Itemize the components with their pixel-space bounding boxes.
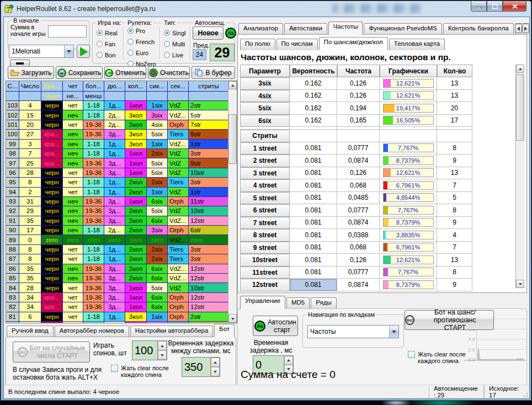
tab-По числам[interactable]: По числам <box>276 39 318 50</box>
hist-cell[interactable]: Orph <box>168 302 189 312</box>
hist-cell[interactable]: 5six <box>147 158 168 168</box>
hist-cell[interactable]: VdZ... <box>168 140 189 149</box>
chance-bot-start-button[interactable]: Bot Бот на шанс/противошанс СТАРТ <box>405 310 494 330</box>
hist-cell[interactable]: VdZ <box>168 206 189 216</box>
freq-freq-cell[interactable]: 0,126 <box>337 77 380 90</box>
hist-cell[interactable]: 9str <box>189 158 228 168</box>
table-row[interactable]: 1034чернчет1-181д...1кол1sixVdZ2str <box>6 101 228 110</box>
hist-cell[interactable]: VdZ <box>168 168 189 178</box>
hist-cell[interactable]: 8 <box>19 254 41 264</box>
freq-freq-cell[interactable]: 0,0485 <box>337 192 380 205</box>
hist-cell[interactable]: кра... <box>41 140 63 149</box>
table-row[interactable]: 12street0.0810,08748,7379%9 <box>240 279 472 291</box>
hist-cell[interactable]: 3д... <box>104 293 125 302</box>
hist-cell[interactable]: 1-18 <box>83 188 104 197</box>
hist-cell[interactable]: 2six <box>147 178 168 187</box>
history-header-cell[interactable]: бол... <box>83 81 104 92</box>
hist-cell[interactable]: неч <box>63 110 83 120</box>
freq-prob-cell[interactable]: 0.162 <box>290 102 337 115</box>
hist-cell[interactable]: 19-36 <box>83 197 104 206</box>
freq-param-cell[interactable]: 6six <box>240 115 290 127</box>
scroll-thumb[interactable] <box>516 74 524 141</box>
freq-count-cell[interactable]: 13 <box>437 90 472 103</box>
freq-freq-cell[interactable]: 0,0874 <box>337 217 380 230</box>
hist-cell[interactable]: 88 <box>6 245 19 254</box>
hist-cell[interactable]: 2кол <box>125 264 147 274</box>
table-row[interactable]: 878чернчет1-181д...2кол2sixTiers3str <box>6 254 228 264</box>
hist-cell[interactable]: черн <box>41 264 63 274</box>
tab-Ряды[interactable]: Ряды <box>311 297 337 309</box>
radio-Live[interactable]: Live <box>164 50 185 60</box>
hist-cell[interactable]: 1кол <box>125 283 147 292</box>
freq-prob-cell[interactable]: 0.081 <box>290 254 337 267</box>
spin-up-icon[interactable] <box>284 356 293 365</box>
freq-param-cell[interactable]: 3six <box>240 77 290 90</box>
hist-cell[interactable]: 3six <box>147 226 168 235</box>
freq-freq-cell[interactable]: 0,126 <box>337 167 380 180</box>
hist-cell[interactable]: 2кол <box>125 226 147 235</box>
hist-cell[interactable]: 19-36 <box>83 283 104 292</box>
hist-cell[interactable]: 1д... <box>104 188 125 197</box>
hist-cell[interactable]: 3д... <box>104 283 125 292</box>
hist-cell[interactable]: 1кол <box>125 158 147 168</box>
hist-cell[interactable]: 94 <box>6 188 19 197</box>
table-row[interactable]: 993кра...неч1-181д...3кол1sixVdZ...1str <box>6 140 228 149</box>
hist-cell[interactable]: 6str <box>189 226 228 235</box>
freq-prob-cell[interactable]: 0.081 <box>290 167 337 180</box>
hist-cell[interactable]: 2д... <box>104 322 125 323</box>
scroll-up-icon[interactable] <box>228 81 237 89</box>
hist-cell[interactable]: VdZ <box>168 188 189 197</box>
table-row[interactable]: 6 street0.0810,07777,767%8 <box>240 204 472 217</box>
table-row[interactable]: 10120чернчет19-362д...2кол4sixOrph7str <box>6 120 228 130</box>
freq-param-cell[interactable]: 3 street <box>240 167 290 180</box>
hist-cell[interactable]: 2кол <box>125 178 147 187</box>
hist-cell[interactable]: кра... <box>41 293 63 302</box>
table-row[interactable]: 3six0.1620,12612,621%13 <box>240 77 472 90</box>
hist-cell[interactable]: 96 <box>6 168 19 178</box>
hist-cell[interactable]: 9str <box>189 130 228 139</box>
hist-cell[interactable]: неч <box>63 264 83 274</box>
freq-freq-cell[interactable]: 0,0777 <box>337 204 380 217</box>
freq-freq-cell[interactable]: 0,126 <box>337 90 380 103</box>
hist-cell[interactable]: 2str <box>189 101 228 110</box>
hist-cell[interactable]: 12str <box>189 302 228 312</box>
hist-cell[interactable]: 8 <box>19 178 41 187</box>
history-header-cell[interactable]: С... <box>6 81 19 92</box>
radio-icon[interactable] <box>127 28 134 34</box>
tab-Тепловая карта[interactable]: Тепловая карта <box>389 39 445 50</box>
hist-cell[interactable]: чет <box>63 178 83 187</box>
hist-cell[interactable]: 19-36 <box>83 264 104 274</box>
hist-cell[interactable]: 86 <box>6 264 19 274</box>
hist-cell[interactable]: VdZ <box>168 101 189 110</box>
hist-cell[interactable]: 19-36 <box>83 120 104 130</box>
hist-cell[interactable]: 1кол <box>125 302 147 312</box>
history-header-cell[interactable]: не... <box>63 92 83 101</box>
radio-Euro[interactable]: Euro <box>127 48 156 57</box>
hist-cell[interactable]: Orph <box>168 120 189 130</box>
table-row[interactable]: 9135черннеч19-363д...2кол6sixVdZ...12str <box>6 216 228 226</box>
scroll-down-icon[interactable] <box>516 280 524 288</box>
hist-cell[interactable]: неч <box>63 158 83 168</box>
hist-cell[interactable]: чет <box>63 322 83 323</box>
freq-count-cell[interactable]: 9 <box>437 154 472 167</box>
hist-cell[interactable]: VdZ <box>168 149 189 158</box>
freq-cell[interactable] <box>290 130 337 142</box>
history-header-cell[interactable] <box>104 92 125 101</box>
tab-Ручной ввод[interactable]: Ручной ввод <box>7 326 54 337</box>
freq-graph-cell[interactable]: 12,621% <box>380 167 437 180</box>
hist-cell[interactable]: 27 <box>19 130 41 139</box>
hist-cell[interactable]: 1д... <box>104 140 125 149</box>
hist-cell[interactable]: 3кол <box>125 312 147 322</box>
hist-cell[interactable]: 1-18 <box>83 140 104 149</box>
hist-cell[interactable]: кра... <box>41 149 63 158</box>
hist-cell[interactable]: 1д... <box>104 149 125 158</box>
history-header-cell[interactable]: чет <box>63 81 83 92</box>
tab-По шансам/дюж/кол[interactable]: По шансам/дюж/кол <box>319 37 388 50</box>
tab-Автограббер номеров[interactable]: Автограббер номеров <box>55 326 129 337</box>
hist-cell[interactable]: 1-18 <box>83 312 104 322</box>
hist-cell[interactable]: 8 <box>19 245 41 254</box>
hist-cell[interactable]: черн <box>41 283 63 292</box>
hist-cell[interactable]: 2кол <box>125 120 147 130</box>
radio-Multi[interactable]: Multi <box>164 39 185 49</box>
table-row[interactable]: 11street0.0810,07777,767%8 <box>240 267 472 279</box>
